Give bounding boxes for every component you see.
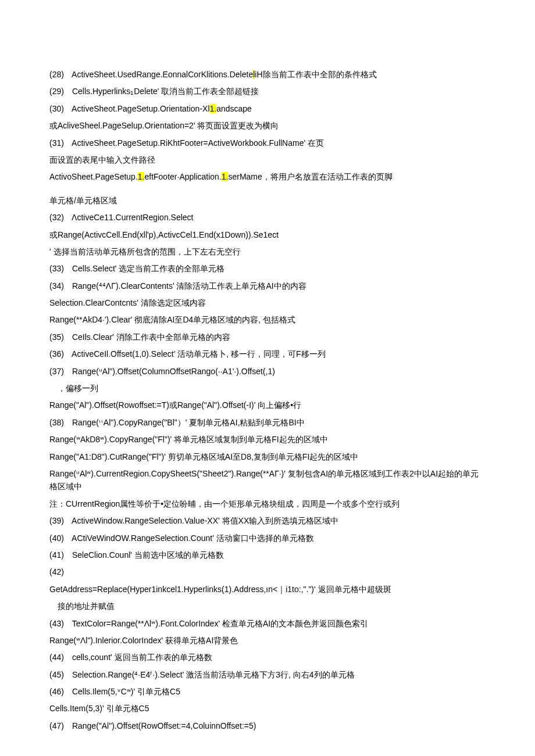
text-line: ' 选择当前活动单元格所包含的范围，上下左右无空行 <box>49 245 486 258</box>
text-line: (38) Range(ᶥᶥAl").CopyRange("Bl"）' 夏制单元格… <box>49 416 486 429</box>
text-line: ，偏移一列 <box>49 382 486 395</box>
text-line: (32) ΛctiveCe11.CurrentRegion.Select <box>49 211 486 224</box>
text-line: 或AcliveSheel.PageSelup.Orientation=2' 将页… <box>49 119 486 132</box>
text-line: (36) ActiveCeIl.Offset(1,0).Select' 活动单元… <box>49 347 486 360</box>
text-line: GetAddress=Replace(Hyper1inkcel1.Hyperli… <box>49 583 486 596</box>
text-line: (42) <box>49 565 486 578</box>
text-line: Cells.Item(5,3)' 引单元格C5 <box>49 702 486 715</box>
text-line: (47) Range("Al").Offset(RowOffset:=4,Col… <box>49 719 486 732</box>
text-line: 接的地址并赋值 <box>49 600 486 612</box>
text-line: (45) Selection.Range(⁴·E4ᶠ·).Select' 激活当… <box>49 668 486 681</box>
text-line: (39) ActiveWindow.RangeSelection.Value-X… <box>49 514 486 527</box>
text-line: ActivoSheet.PageSetup.1.eftFooter·Applic… <box>49 170 486 183</box>
text-line: 注：CUrrentRegion属性等价于•定位吩晡，由一个矩形单元格块组成，四周… <box>49 497 486 510</box>
text-line: (29) Cells.Hyperlinks₁Delete' 取消当前工作表全部超… <box>49 85 486 98</box>
text-line: (35) CeIls.Clear' 消除工作表中全部单元格的内容 <box>49 331 486 343</box>
text-line: (41) SeleClion.Counl' 当前选中区域的单元格数 <box>49 549 486 561</box>
text-line: (34) Range(⁴⁴ΛΓ).ClearContents' 清除活动工作表上… <box>49 280 486 292</box>
text-line: (37) Range(ᵘAl").Offset(ColumnOffsetRang… <box>49 365 486 378</box>
text-line: Range(ʷAkD8ʷ).CopyRange("Fl")' 将单元格区域复制到… <box>49 433 486 446</box>
text-line: (43) TextColor=Range(**Λlʷ).Font.ColorIn… <box>49 617 486 630</box>
text-line: (30) ActiveSheot.PageSetup.Orientation-X… <box>49 102 486 115</box>
text-line: 或Range(ActivcCell.End(xll'p),ActivcCel1.… <box>49 228 486 241</box>
text-line: Range("Al").Offset(Rowoffset:=T)或Range("… <box>49 399 486 411</box>
text-line: (46) Cells.Ilem(5,ᵛCʷ)' 引单元格C5 <box>49 685 486 698</box>
text-line: (40) ACtiVeWindOW.RangeSelection.Count' … <box>49 532 486 544</box>
document-body: (28) ActiveSheet.UsedRange.EonnalCorKlit… <box>49 68 486 732</box>
text-line: Range(**AkD4·').Clear' 彻底清除AI至D4单元格区域的内容… <box>49 313 486 326</box>
text-line: (28) ActiveSheet.UsedRange.EonnalCorKlit… <box>49 68 486 81</box>
text-line: Selection.ClearContcnts' 清除选定区域内容 <box>49 296 486 309</box>
text-line: 单元格/单元格区域 <box>49 194 486 207</box>
text-line: Range(ʷΛl").Inlerior.ColorIndex' 获得单元格AI… <box>49 634 486 647</box>
text-line: 面设置的表尾中输入文件路径 <box>49 153 486 166</box>
text-line: (33) Cells.Select' 选定当前工作表的全部单元格 <box>49 262 486 275</box>
text-line: Range("A1:D8").CutRange("Fl")' 剪切单元格区域AI… <box>49 450 486 463</box>
text-line: (44) cells,count' 返回当前工作表的单元格数 <box>49 651 486 664</box>
text-line: Range(ᵘAlʷ).CurrentRegion.CopySheetS("Sh… <box>49 467 486 493</box>
text-line: (31) ActiveSheet.PageSetup.RiKhtFooter=A… <box>49 137 486 149</box>
